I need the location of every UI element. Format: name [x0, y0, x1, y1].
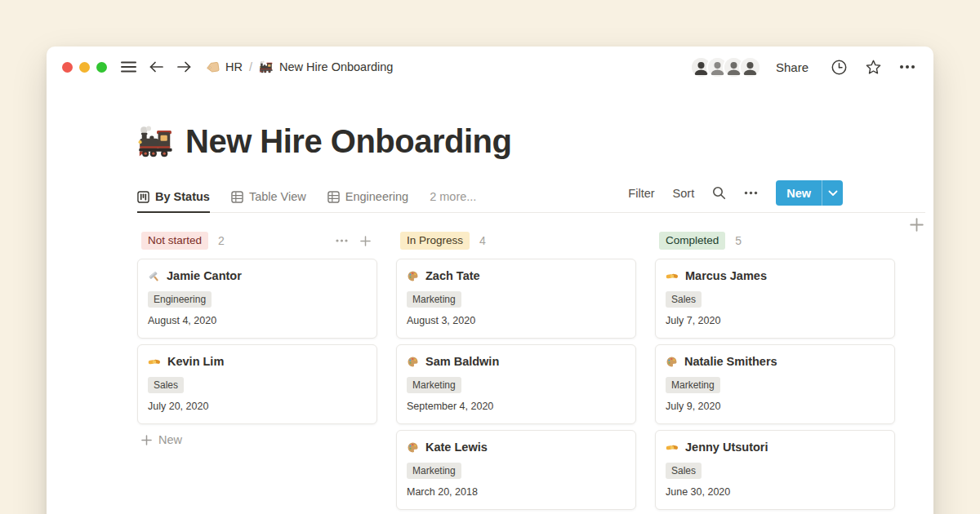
card-name: Kate Lewis	[425, 439, 488, 456]
view-tabs: By Status Table View Engineering 2 more.…	[137, 190, 476, 212]
table-view-icon	[231, 191, 243, 203]
card-name: Jenny Utsutori	[685, 439, 768, 456]
collaborator-avatars[interactable]	[690, 56, 761, 78]
department-tag: Sales	[666, 291, 702, 308]
new-button-label[interactable]: New	[776, 180, 822, 206]
card-list: Zach Tate Marketing August 3, 2020 Sam B…	[396, 259, 636, 514]
palette-icon	[407, 441, 419, 454]
start-date: March 20, 2018	[407, 485, 626, 499]
page-title[interactable]: New Hire Onboarding	[185, 123, 511, 160]
handshake-icon	[148, 357, 161, 367]
palette-icon	[407, 356, 419, 368]
card-list: Marcus James Sales July 7, 2020 Natalie …	[655, 259, 895, 514]
column-header: Completed 5	[655, 231, 895, 250]
column-status-badge[interactable]: Completed	[659, 232, 725, 250]
card-natalie-smithers[interactable]: Natalie Smithers Marketing July 9, 2020	[655, 344, 895, 424]
clock-icon[interactable]	[831, 59, 848, 76]
column-completed: Completed 5 Marcus James Sales July 7, 2…	[655, 231, 895, 514]
kanban-board: Not started 2 Jam	[137, 231, 933, 514]
breadcrumb-workspace-label: HR	[225, 60, 243, 73]
zoom-window-button[interactable]	[96, 62, 107, 73]
search-icon[interactable]	[712, 186, 726, 200]
share-button[interactable]: Share	[776, 60, 808, 74]
breadcrumb-page-label: New Hire Onboarding	[279, 60, 393, 73]
department-tag: Marketing	[407, 377, 461, 393]
column-count: 2	[218, 234, 225, 247]
column-header: Not started 2	[137, 231, 377, 250]
page-train-icon[interactable]	[137, 125, 175, 158]
tab-by-status[interactable]: By Status	[137, 190, 210, 213]
more-options-icon[interactable]	[899, 64, 915, 69]
column-in-progress: In Progress 4 Zach Tate Marketing August…	[396, 231, 636, 514]
card-jamie-cantor[interactable]: Jamie Cantor Engineering August 4, 2020	[137, 259, 377, 339]
back-arrow-icon[interactable]	[149, 60, 164, 73]
department-tag: Sales	[666, 463, 702, 479]
column-count: 5	[735, 234, 742, 247]
window-controls	[62, 62, 107, 73]
start-date: August 4, 2020	[148, 314, 367, 328]
tab-engineering[interactable]: Engineering	[327, 190, 408, 212]
card-name: Zach Tate	[425, 268, 480, 285]
start-date: August 3, 2020	[407, 314, 626, 328]
hammer-icon	[148, 270, 160, 282]
page-header: New Hire Onboarding	[137, 118, 933, 164]
start-date: June 30, 2020	[666, 485, 884, 499]
table-view-icon	[327, 191, 340, 203]
card-kevin-lim[interactable]: Kevin Lim Sales July 20, 2020	[137, 344, 377, 424]
breadcrumb: HR / New Hire Onboarding	[206, 60, 393, 74]
column-count: 4	[479, 234, 486, 247]
card-jenny-utsutori[interactable]: Jenny Utsutori Sales June 30, 2020	[655, 430, 895, 510]
breadcrumb-workspace[interactable]: HR	[206, 60, 243, 74]
column-header: In Progress 4	[396, 231, 636, 250]
train-icon	[259, 60, 274, 73]
tab-label: By Status	[155, 190, 210, 203]
app-window: HR / New Hire Onboarding Share	[47, 47, 933, 514]
department-tag: Marketing	[407, 463, 461, 479]
view-toolbar: By Status Table View Engineering 2 more.…	[137, 180, 925, 213]
column-status-badge[interactable]: In Progress	[400, 232, 470, 250]
department-tag: Marketing	[666, 377, 720, 393]
card-name: Sam Baldwin	[425, 353, 499, 370]
card-kate-lewis[interactable]: Kate Lewis Marketing March 20, 2018	[396, 430, 636, 510]
tab-table-view[interactable]: Table View	[231, 190, 306, 212]
handshake-icon	[666, 442, 679, 453]
tag-icon	[206, 60, 220, 74]
titlebar-actions: Share	[690, 56, 915, 78]
minimize-window-button[interactable]	[79, 62, 90, 73]
board-view-icon	[137, 191, 149, 203]
filter-button[interactable]: Filter	[628, 187, 654, 200]
titlebar: HR / New Hire Onboarding Share	[47, 47, 933, 87]
sort-button[interactable]: Sort	[673, 187, 695, 200]
new-button: New	[776, 180, 843, 206]
breadcrumb-page[interactable]: New Hire Onboarding	[259, 60, 393, 73]
start-date: September 4, 2020	[407, 400, 626, 414]
department-tag: Engineering	[148, 291, 212, 308]
column-status-badge[interactable]: Not started	[141, 232, 208, 250]
forward-arrow-icon[interactable]	[176, 60, 192, 73]
tab-label: Engineering	[345, 190, 408, 203]
add-group-button[interactable]	[910, 218, 924, 232]
column-add-icon[interactable]	[360, 236, 371, 246]
add-card-button[interactable]: New	[137, 433, 377, 446]
card-zach-tate[interactable]: Zach Tate Marketing August 3, 2020	[396, 259, 636, 339]
card-name: Marcus James	[685, 268, 767, 285]
department-tag: Marketing	[407, 291, 461, 308]
card-name: Kevin Lim	[167, 353, 224, 370]
card-name: Natalie Smithers	[684, 353, 777, 370]
hamburger-menu-icon[interactable]	[121, 60, 136, 73]
start-date: July 7, 2020	[666, 314, 884, 328]
close-window-button[interactable]	[62, 62, 73, 73]
plus-icon	[141, 435, 152, 445]
breadcrumb-separator: /	[249, 60, 252, 73]
new-button-chevron-down-icon[interactable]	[822, 180, 843, 206]
card-marcus-james[interactable]: Marcus James Sales July 7, 2020	[655, 259, 895, 339]
card-list: Jamie Cantor Engineering August 4, 2020 …	[137, 259, 377, 424]
star-icon[interactable]	[865, 59, 882, 76]
card-name: Jamie Cantor	[167, 268, 242, 285]
column-more-icon[interactable]	[336, 239, 348, 242]
view-options-icon[interactable]	[744, 191, 758, 195]
column-actions	[336, 236, 377, 246]
card-sam-baldwin[interactable]: Sam Baldwin Marketing September 4, 2020	[396, 344, 636, 424]
more-views-link[interactable]: 2 more...	[430, 190, 476, 212]
column-not-started: Not started 2 Jam	[137, 231, 377, 514]
